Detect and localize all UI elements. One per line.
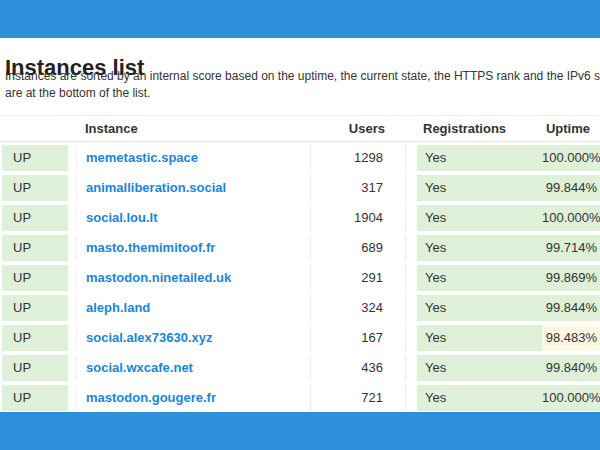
uptime-cell: 100.000%	[542, 385, 600, 411]
users-cell: 324	[310, 295, 406, 321]
instance-cell: masto.themimitoof.fr	[76, 235, 310, 261]
registrations-cell: Yes	[417, 175, 542, 201]
status-cell: UP	[2, 235, 68, 261]
uptime-cell: 99.714%	[542, 235, 600, 261]
uptime-cell: 99.844%	[542, 175, 600, 201]
table-row: UPmastodon.ninetailed.uk291Yes99.869%	[0, 265, 600, 291]
instance-cell: mastodon.gougere.fr	[76, 385, 310, 411]
registrations-cell: Yes	[417, 205, 542, 231]
table-top-border	[0, 115, 600, 116]
status-cell: UP	[2, 265, 68, 291]
registrations-cell: Yes	[417, 145, 542, 171]
bottom-footer-bar	[0, 412, 600, 450]
uptime-cell: 100.000%	[542, 145, 600, 171]
users-cell: 689	[310, 235, 406, 261]
users-cell: 1904	[310, 205, 406, 231]
status-cell: UP	[2, 145, 68, 171]
instance-cell: social.lou.lt	[76, 205, 310, 231]
column-header-registrations: Registrations	[423, 118, 506, 140]
instance-cell: memetastic.space	[76, 145, 310, 171]
column-header-instance: Instance	[85, 118, 138, 140]
instance-cell: social.alex73630.xyz	[76, 325, 310, 351]
status-cell: UP	[2, 385, 68, 411]
table-row: UPsocial.lou.lt1904Yes100.000%	[0, 205, 600, 231]
instance-cell: aleph.land	[76, 295, 310, 321]
registrations-cell: Yes	[417, 325, 542, 351]
registrations-cell: Yes	[417, 385, 542, 411]
users-cell: 291	[310, 265, 406, 291]
page-description: Instances are sorted by an internal scor…	[5, 68, 600, 101]
instance-link[interactable]: social.wxcafe.net	[86, 360, 193, 375]
table-row: UPmastodon.gougere.fr721Yes100.000%	[0, 385, 600, 411]
table-row: UPsocial.wxcafe.net436Yes99.840%	[0, 355, 600, 381]
users-cell: 721	[310, 385, 406, 411]
table-header-row: Instance Users Registrations Uptime	[0, 118, 600, 140]
table-row: UPmemetastic.space1298Yes100.000%	[0, 145, 600, 171]
instance-link[interactable]: social.alex73630.xyz	[86, 330, 213, 345]
uptime-cell: 99.844%	[542, 295, 600, 321]
page-description-line1: Instances are sorted by an internal scor…	[5, 68, 600, 85]
users-cell: 1298	[310, 145, 406, 171]
instance-link[interactable]: aleph.land	[86, 300, 150, 315]
registrations-cell: Yes	[417, 265, 542, 291]
instance-cell: animalliberation.social	[76, 175, 310, 201]
instances-table-body: UPmemetastic.space1298Yes100.000%UPanima…	[0, 145, 600, 415]
instance-cell: social.wxcafe.net	[76, 355, 310, 381]
column-header-users: Users	[310, 118, 385, 140]
users-cell: 436	[310, 355, 406, 381]
page: Instances list Instances are sorted by a…	[0, 0, 600, 450]
table-row: UPanimalliberation.social317Yes99.844%	[0, 175, 600, 201]
status-cell: UP	[2, 295, 68, 321]
column-header-uptime: Uptime	[510, 118, 590, 140]
top-header-bar	[0, 0, 600, 38]
instance-link[interactable]: masto.themimitoof.fr	[86, 240, 215, 255]
users-cell: 317	[310, 175, 406, 201]
instance-link[interactable]: mastodon.gougere.fr	[86, 390, 216, 405]
status-cell: UP	[2, 205, 68, 231]
instance-link[interactable]: social.lou.lt	[86, 210, 158, 225]
table-row: UPaleph.land324Yes99.844%	[0, 295, 600, 321]
registrations-cell: Yes	[417, 235, 542, 261]
status-cell: UP	[2, 325, 68, 351]
table-header-border	[0, 141, 600, 142]
uptime-cell: 98.483%	[542, 325, 600, 351]
registrations-cell: Yes	[417, 355, 542, 381]
uptime-cell: 100.000%	[542, 205, 600, 231]
registrations-cell: Yes	[417, 295, 542, 321]
users-cell: 167	[310, 325, 406, 351]
instance-link[interactable]: memetastic.space	[86, 150, 198, 165]
uptime-cell: 99.840%	[542, 355, 600, 381]
instance-cell: mastodon.ninetailed.uk	[76, 265, 310, 291]
instance-link[interactable]: animalliberation.social	[86, 180, 226, 195]
table-row: UPmasto.themimitoof.fr689Yes99.714%	[0, 235, 600, 261]
uptime-cell: 99.869%	[542, 265, 600, 291]
instance-link[interactable]: mastodon.ninetailed.uk	[86, 270, 231, 285]
status-cell: UP	[2, 355, 68, 381]
status-cell: UP	[2, 175, 68, 201]
page-description-line2: are at the bottom of the list.	[5, 85, 600, 102]
table-row: UPsocial.alex73630.xyz167Yes98.483%	[0, 325, 600, 351]
